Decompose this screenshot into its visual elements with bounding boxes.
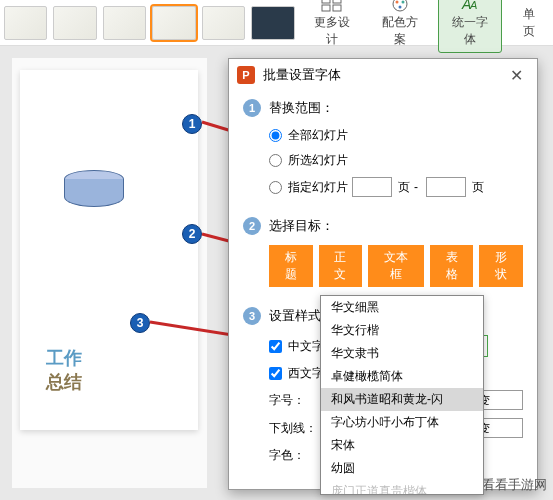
radio-selected-slides[interactable]: 所选幻灯片 bbox=[243, 148, 523, 173]
font-option[interactable]: 宋体 bbox=[321, 434, 483, 457]
watermark: 看看手游网 bbox=[482, 476, 547, 494]
svg-rect-1 bbox=[333, 0, 341, 3]
svg-rect-0 bbox=[322, 0, 330, 3]
template-thumb[interactable] bbox=[251, 6, 294, 40]
svg-point-5 bbox=[396, 0, 399, 3]
single-page-label: 单页 bbox=[514, 4, 543, 42]
more-designs-button[interactable]: 更多设计 bbox=[301, 0, 363, 52]
ribbon: 更多设计 配色方案 AA 统一字体 单页 bbox=[0, 0, 553, 46]
slide-text-line1: 工作 bbox=[46, 346, 82, 370]
section-target-label: 选择目标： bbox=[269, 217, 334, 235]
svg-rect-2 bbox=[322, 5, 330, 11]
font-option[interactable]: 和风书道昭和黄龙-闪 bbox=[321, 388, 483, 411]
font-option[interactable]: 华文隶书 bbox=[321, 342, 483, 365]
dialog-title: 批量设置字体 bbox=[263, 66, 341, 84]
svg-point-7 bbox=[399, 5, 402, 8]
app-icon: P bbox=[237, 66, 255, 84]
svg-point-6 bbox=[402, 0, 405, 3]
svg-rect-3 bbox=[333, 5, 341, 11]
western-font-checkbox[interactable] bbox=[269, 367, 282, 380]
target-button[interactable]: 表格 bbox=[430, 245, 474, 287]
slide[interactable]: 工作 总结 bbox=[20, 70, 198, 430]
step-number-3: 3 bbox=[243, 307, 261, 325]
dialog-titlebar: P 批量设置字体 ✕ bbox=[229, 59, 537, 91]
font-option: 庞门正道真贵楷体 bbox=[321, 480, 483, 495]
radio-specified-slides[interactable]: 指定幻灯片 页 - 页 bbox=[243, 173, 523, 201]
slide-text[interactable]: 工作 总结 bbox=[46, 346, 82, 394]
target-button[interactable]: 形状 bbox=[479, 245, 523, 287]
svg-text:A: A bbox=[469, 0, 477, 11]
color-scheme-button[interactable]: 配色方案 bbox=[369, 0, 431, 52]
font-dropdown-list[interactable]: 华文细黑华文行楷华文隶书卓健橄榄简体和风书道昭和黄龙-闪字心坊小吁小布丁体宋体幼… bbox=[320, 295, 484, 495]
page-to-input[interactable] bbox=[426, 177, 466, 197]
unify-font-button[interactable]: AA 统一字体 bbox=[438, 0, 502, 53]
target-button[interactable]: 标题 bbox=[269, 245, 313, 287]
cylinder-shape[interactable] bbox=[64, 170, 124, 212]
page-from-input[interactable] bbox=[352, 177, 392, 197]
section-scope-label: 替换范围： bbox=[269, 99, 334, 117]
annotation-badge-2: 2 bbox=[182, 224, 202, 244]
unify-font-label: 统一字体 bbox=[445, 12, 495, 50]
template-thumb[interactable] bbox=[103, 6, 146, 40]
slide-canvas-area: 工作 总结 bbox=[12, 58, 207, 488]
template-thumb[interactable] bbox=[53, 6, 96, 40]
slide-text-line2: 总结 bbox=[46, 370, 82, 394]
step-number-1: 1 bbox=[243, 99, 261, 117]
font-option[interactable]: 字心坊小吁小布丁体 bbox=[321, 411, 483, 434]
font-option[interactable]: 华文细黑 bbox=[321, 296, 483, 319]
single-page-button[interactable]: 单页 bbox=[508, 2, 549, 44]
close-icon[interactable]: ✕ bbox=[504, 64, 529, 87]
template-thumb-selected[interactable] bbox=[152, 6, 195, 40]
more-designs-label: 更多设计 bbox=[307, 12, 357, 50]
annotation-badge-3: 3 bbox=[130, 313, 150, 333]
section-scope: 1替换范围： 全部幻灯片 所选幻灯片 指定幻灯片 页 - 页 bbox=[229, 91, 537, 209]
target-button[interactable]: 文本框 bbox=[368, 245, 423, 287]
target-button[interactable]: 正文 bbox=[319, 245, 363, 287]
section-target: 2选择目标： 标题正文文本框表格形状 bbox=[229, 209, 537, 299]
radio-all-slides[interactable]: 全部幻灯片 bbox=[243, 123, 523, 148]
color-scheme-label: 配色方案 bbox=[375, 12, 425, 50]
step-number-2: 2 bbox=[243, 217, 261, 235]
font-option[interactable]: 华文行楷 bbox=[321, 319, 483, 342]
template-thumb[interactable] bbox=[202, 6, 245, 40]
font-option[interactable]: 卓健橄榄简体 bbox=[321, 365, 483, 388]
chinese-font-checkbox[interactable] bbox=[269, 340, 282, 353]
template-thumb[interactable] bbox=[4, 6, 47, 40]
font-option[interactable]: 幼圆 bbox=[321, 457, 483, 480]
annotation-badge-1: 1 bbox=[182, 114, 202, 134]
